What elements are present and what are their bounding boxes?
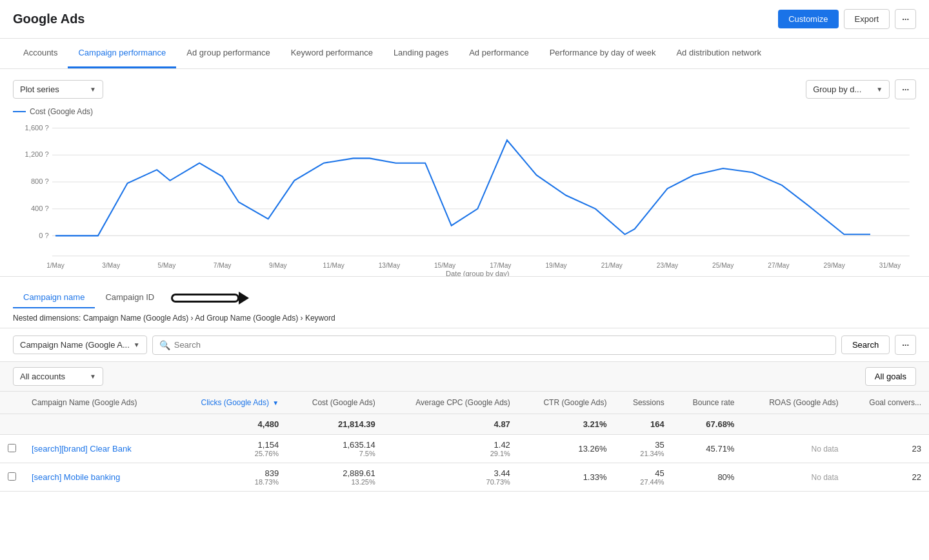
total-ctr: 3.21% bbox=[518, 414, 615, 435]
total-clicks: 4,480 bbox=[172, 414, 286, 435]
tab-keyword-performance[interactable]: Keyword performance bbox=[281, 39, 383, 68]
th-avg-cpc: Average CPC (Google Ads) bbox=[383, 392, 518, 414]
nested-dims-path: Campaign Name (Google Ads) › Ad Group Na… bbox=[83, 314, 335, 323]
chevron-down-icon-2: ▼ bbox=[876, 86, 883, 93]
row1-checkbox[interactable] bbox=[8, 444, 16, 452]
plot-series-label: Plot series bbox=[20, 85, 59, 94]
row2-cost: 2,889.61 13.25% bbox=[286, 463, 383, 492]
svg-text:27/May: 27/May bbox=[768, 262, 790, 269]
table-row: [search][brand] Clear Bank 1,154 25.76% … bbox=[0, 435, 929, 463]
svg-text:11/May: 11/May bbox=[323, 262, 345, 269]
svg-text:1,200 ?: 1,200 ? bbox=[25, 150, 49, 158]
total-name bbox=[24, 414, 172, 435]
chart-section: Plot series ▼ Group by d... ▼ ··· Cost (… bbox=[0, 69, 929, 277]
more-options-button[interactable]: ··· bbox=[895, 9, 916, 29]
legend-line-icon bbox=[13, 111, 26, 112]
table-total-row: 4,480 21,814.39 4.87 3.21% 164 67.68% bbox=[0, 414, 929, 435]
nested-dimensions: Nested dimensions: Campaign Name (Google… bbox=[0, 308, 929, 328]
account-bar: All accounts ▼ All goals bbox=[0, 362, 929, 392]
row2-sessions: 45 27.44% bbox=[615, 463, 672, 492]
chart-line bbox=[55, 140, 870, 235]
chart-toolbar-right: Group by d... ▼ ··· bbox=[806, 79, 916, 99]
table-wrap: Campaign Name (Google Ads) Clicks (Googl… bbox=[0, 392, 929, 492]
all-accounts-label: All accounts bbox=[20, 372, 65, 381]
svg-text:5/May: 5/May bbox=[158, 262, 176, 269]
table-header-row: Campaign Name (Google Ads) Clicks (Googl… bbox=[0, 392, 929, 414]
row1-goal-conversions: 23 bbox=[846, 435, 929, 463]
svg-text:3/May: 3/May bbox=[102, 262, 120, 269]
header-actions: Customize Export ··· bbox=[778, 9, 916, 29]
total-check bbox=[0, 414, 24, 435]
th-campaign-name: Campaign Name (Google Ads) bbox=[24, 392, 172, 414]
table-row: [search] Mobile banking 839 18.73% 2,889… bbox=[0, 463, 929, 492]
plot-series-dropdown[interactable]: Plot series ▼ bbox=[13, 80, 103, 99]
tab-campaign-performance[interactable]: Campaign performance bbox=[68, 39, 176, 68]
main-tabs: Accounts Campaign performance Ad group p… bbox=[0, 39, 929, 69]
tab-accounts[interactable]: Accounts bbox=[13, 39, 68, 68]
chart-toolbar: Plot series ▼ Group by d... ▼ ··· bbox=[13, 79, 916, 99]
chart-more-button[interactable]: ··· bbox=[895, 79, 916, 99]
svg-text:Date (group by day): Date (group by day) bbox=[446, 270, 510, 276]
tab-ad-group-performance[interactable]: Ad group performance bbox=[176, 39, 280, 68]
legend-label: Cost (Google Ads) bbox=[30, 107, 93, 116]
group-by-dropdown[interactable]: Group by d... ▼ bbox=[806, 80, 890, 99]
export-button[interactable]: Export bbox=[844, 9, 890, 29]
total-goal-conversions bbox=[846, 414, 929, 435]
filter-more-button[interactable]: ··· bbox=[895, 335, 916, 355]
search-input[interactable] bbox=[174, 340, 829, 350]
chart-toolbar-left: Plot series ▼ bbox=[13, 80, 103, 99]
row1-avg-cpc: 1.42 29.1% bbox=[383, 435, 518, 463]
tab-performance-by-day[interactable]: Performance by day of week bbox=[539, 39, 666, 68]
row2-checkbox[interactable] bbox=[8, 472, 16, 481]
total-roas bbox=[742, 414, 846, 435]
th-bounce-rate: Bounce rate bbox=[672, 392, 743, 414]
total-cost: 21,814.39 bbox=[286, 414, 383, 435]
svg-text:17/May: 17/May bbox=[490, 262, 512, 269]
th-goal-conversions: Goal convers... bbox=[846, 392, 929, 414]
tab-ad-performance[interactable]: Ad performance bbox=[459, 39, 539, 68]
row1-bounce-rate: 45.71% bbox=[672, 435, 743, 463]
row2-avg-cpc: 3.44 70.73% bbox=[383, 463, 518, 492]
chart-container: 1,600 ? 1,200 ? 800 ? 400 ? 0 ? 1/May 3/… bbox=[13, 121, 916, 276]
th-clicks[interactable]: Clicks (Google Ads) ▼ bbox=[172, 392, 286, 414]
th-sessions: Sessions bbox=[615, 392, 672, 414]
row2-check[interactable] bbox=[0, 463, 24, 492]
campaign-name-filter[interactable]: Campaign Name (Google A... ▼ bbox=[13, 335, 147, 354]
tab-campaign-name[interactable]: Campaign name bbox=[13, 287, 95, 308]
all-accounts-select[interactable]: All accounts ▼ bbox=[13, 367, 103, 386]
row1-ctr: 13.26% bbox=[518, 435, 615, 463]
svg-text:400 ?: 400 ? bbox=[31, 205, 49, 212]
row1-cost: 1,635.14 7.5% bbox=[286, 435, 383, 463]
tab-landing-pages[interactable]: Landing pages bbox=[383, 39, 459, 68]
row2-campaign-name[interactable]: [search] Mobile banking bbox=[24, 463, 172, 492]
row2-bounce-rate: 80% bbox=[672, 463, 743, 492]
all-goals-button[interactable]: All goals bbox=[865, 367, 916, 386]
svg-text:29/May: 29/May bbox=[824, 262, 846, 269]
table-tabs: Campaign name Campaign ID bbox=[0, 277, 929, 308]
cost-chart: 1,600 ? 1,200 ? 800 ? 400 ? 0 ? 1/May 3/… bbox=[13, 121, 916, 276]
svg-text:21/May: 21/May bbox=[601, 262, 623, 269]
row1-check[interactable] bbox=[0, 435, 24, 463]
sort-arrow-icon: ▼ bbox=[272, 399, 279, 406]
svg-text:7/May: 7/May bbox=[214, 262, 232, 269]
search-button[interactable]: Search bbox=[841, 335, 890, 354]
group-by-label: Group by d... bbox=[813, 85, 861, 94]
row1-campaign-name[interactable]: [search][brand] Clear Bank bbox=[24, 435, 172, 463]
svg-text:19/May: 19/May bbox=[545, 262, 567, 269]
th-ctr: CTR (Google Ads) bbox=[518, 392, 615, 414]
tab-campaign-id[interactable]: Campaign ID bbox=[95, 287, 165, 308]
total-bounce-rate: 67.68% bbox=[672, 414, 743, 435]
row1-roas: No data bbox=[742, 435, 846, 463]
chevron-down-icon-4: ▼ bbox=[90, 373, 96, 380]
chart-legend: Cost (Google Ads) bbox=[13, 107, 916, 116]
total-sessions: 164 bbox=[615, 414, 672, 435]
row1-clicks: 1,154 25.76% bbox=[172, 435, 286, 463]
chevron-down-icon: ▼ bbox=[90, 86, 96, 93]
tab-ad-distribution[interactable]: Ad distribution network bbox=[666, 39, 772, 68]
row2-ctr: 1.33% bbox=[518, 463, 615, 492]
customize-button[interactable]: Customize bbox=[778, 10, 838, 28]
nested-dims-label: Nested dimensions: bbox=[13, 314, 81, 323]
total-avg-cpc: 4.87 bbox=[383, 414, 518, 435]
callout-highlight bbox=[171, 294, 239, 303]
th-cost: Cost (Google Ads) bbox=[286, 392, 383, 414]
